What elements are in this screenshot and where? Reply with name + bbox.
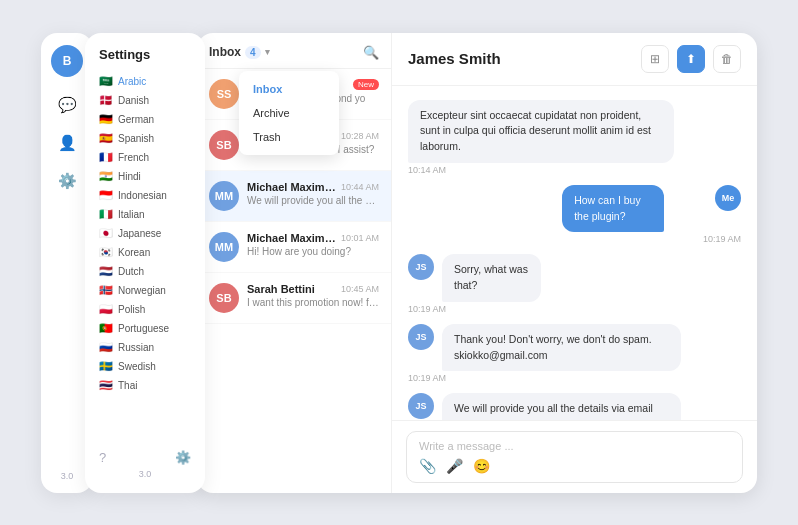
- chat-item-header: Michael Maximoff 10:01 AM: [247, 232, 379, 244]
- lang-name: Portuguese: [118, 323, 169, 334]
- language-list: 🇸🇦Arabic🇩🇰Danish🇩🇪German🇪🇸Spanish🇫🇷Frenc…: [95, 72, 195, 395]
- grid-button[interactable]: ⊞: [641, 45, 669, 73]
- delete-button[interactable]: 🗑: [713, 45, 741, 73]
- lang-item-arabic[interactable]: 🇸🇦Arabic: [95, 72, 195, 91]
- chat-item[interactable]: MM Michael Maximoff 10:44 AM We will pro…: [197, 171, 391, 222]
- lang-item-danish[interactable]: 🇩🇰Danish: [95, 91, 195, 110]
- chat-item-content: Michael Maximoff 10:44 AM We will provid…: [247, 181, 379, 206]
- lang-name: Spanish: [118, 133, 154, 144]
- inbox-count: 4: [245, 46, 261, 59]
- flag-icon: 🇹🇭: [99, 379, 113, 392]
- chat-preview: Hi! How are you doing?: [247, 246, 379, 257]
- chat-name: Michael Maximoff: [247, 181, 337, 193]
- attach-icon[interactable]: 📎: [419, 458, 436, 474]
- lang-name: Korean: [118, 247, 150, 258]
- flag-icon: 🇮🇳: [99, 170, 113, 183]
- chat-name: Michael Maximoff: [247, 232, 337, 244]
- msg-time: 10:19 AM: [408, 373, 446, 383]
- msg-content: Sorry, what was that?: [442, 254, 566, 302]
- emoji-icon[interactable]: 😊: [473, 458, 490, 474]
- chat-list-header: Inbox 4 ▾ 🔍: [197, 33, 391, 69]
- lang-item-russian[interactable]: 🇷🇺Russian: [95, 338, 195, 357]
- chat-time: 10:28 AM: [341, 131, 379, 141]
- nav-icon-settings[interactable]: ⚙️: [51, 165, 83, 197]
- nav-icon-user[interactable]: 👤: [51, 127, 83, 159]
- chat-item-content: Sarah Bettini 10:45 AM I want this promo…: [247, 283, 379, 308]
- help-icon[interactable]: ?: [99, 450, 106, 465]
- message-row: JS Thank you! Don't worry, we don't do s…: [408, 324, 741, 384]
- msg-with-avatar: JS Thank you! Don't worry, we don't do s…: [408, 324, 741, 372]
- lang-item-korean[interactable]: 🇰🇷Korean: [95, 243, 195, 262]
- flag-icon: 🇸🇦: [99, 75, 113, 88]
- audio-icon[interactable]: 🎤: [446, 458, 463, 474]
- flag-icon: 🇫🇷: [99, 151, 113, 164]
- lang-item-thai[interactable]: 🇹🇭Thai: [95, 376, 195, 395]
- flag-icon: 🇰🇷: [99, 246, 113, 259]
- lang-item-polish[interactable]: 🇵🇱Polish: [95, 300, 195, 319]
- message-input-area: Write a message ... 📎 🎤 😊: [392, 420, 757, 493]
- chat-item[interactable]: SB Sarah Bettini 10:45 AM I want this pr…: [197, 273, 391, 324]
- flag-icon: 🇮🇩: [99, 189, 113, 202]
- chat-avatar: SB: [209, 283, 239, 313]
- messages-area: Excepteur sint occaecat cupidatat non pr…: [392, 86, 757, 420]
- message-bubble: We will provide you all the details via …: [442, 393, 681, 419]
- search-icon[interactable]: 🔍: [363, 45, 379, 60]
- lang-name: German: [118, 114, 154, 125]
- dropdown-item-inbox[interactable]: Inbox: [239, 77, 339, 101]
- far-left-version: 3.0: [61, 471, 74, 481]
- msg-content: We will provide you all the details via …: [442, 393, 741, 419]
- message-header: James Smith ⊞ ⬆ 🗑: [392, 33, 757, 86]
- lang-item-portuguese[interactable]: 🇵🇹Portuguese: [95, 319, 195, 338]
- lang-item-dutch[interactable]: 🇳🇱Dutch: [95, 262, 195, 281]
- chat-preview: We will provide you all the email within…: [247, 195, 379, 206]
- flag-icon: 🇵🇱: [99, 303, 113, 316]
- message-bubble: Thank you! Don't worry, we don't do spam…: [442, 324, 681, 372]
- flag-icon: 🇸🇪: [99, 360, 113, 373]
- chat-time: 10:01 AM: [341, 233, 379, 243]
- message-panel: James Smith ⊞ ⬆ 🗑 Excepteur sint occaeca…: [392, 33, 757, 493]
- message-row: JS We will provide you all the details v…: [408, 393, 741, 419]
- chat-avatar: MM: [209, 232, 239, 262]
- lang-item-french[interactable]: 🇫🇷French: [95, 148, 195, 167]
- msg-time: 10:14 AM: [408, 165, 446, 175]
- lang-item-hindi[interactable]: 🇮🇳Hindi: [95, 167, 195, 186]
- lang-item-swedish[interactable]: 🇸🇪Swedish: [95, 357, 195, 376]
- lang-item-japanese[interactable]: 🇯🇵Japanese: [95, 224, 195, 243]
- settings-title: Settings: [95, 47, 195, 62]
- flag-icon: 🇩🇰: [99, 94, 113, 107]
- chat-avatar: MM: [209, 181, 239, 211]
- main-panel: Inbox 4 ▾ 🔍 SS sa Satta New not help me …: [197, 33, 757, 493]
- lang-name: Dutch: [118, 266, 144, 277]
- inbox-label[interactable]: Inbox 4 ▾: [209, 45, 270, 59]
- lang-name: Danish: [118, 95, 149, 106]
- chat-item-content: Michael Maximoff 10:01 AM Hi! How are yo…: [247, 232, 379, 257]
- settings-gear-icon[interactable]: ⚙️: [175, 450, 191, 465]
- dropdown-item-trash[interactable]: Trash: [239, 125, 339, 149]
- lang-item-italian[interactable]: 🇮🇹Italian: [95, 205, 195, 224]
- msg-with-avatar-sent: Me How can I buy the plugin?: [408, 185, 741, 233]
- avatar[interactable]: B: [51, 45, 83, 77]
- lang-item-indonesian[interactable]: 🇮🇩Indonesian: [95, 186, 195, 205]
- flag-icon: 🇩🇪: [99, 113, 113, 126]
- upload-button[interactable]: ⬆: [677, 45, 705, 73]
- lang-item-norwegian[interactable]: 🇳🇴Norwegian: [95, 281, 195, 300]
- msg-content: Thank you! Don't worry, we don't do spam…: [442, 324, 741, 372]
- chat-time: 10:45 AM: [341, 284, 379, 294]
- chat-item-header: Michael Maximoff 10:44 AM: [247, 181, 379, 193]
- lang-name: Polish: [118, 304, 145, 315]
- nav-icon-chat[interactable]: 💬: [51, 89, 83, 121]
- lang-item-spanish[interactable]: 🇪🇸Spanish: [95, 129, 195, 148]
- chat-name: Sarah Bettini: [247, 283, 315, 295]
- contact-name: James Smith: [408, 50, 501, 67]
- lang-name: Swedish: [118, 361, 156, 372]
- lang-name: Thai: [118, 380, 137, 391]
- lang-name: Indonesian: [118, 190, 167, 201]
- flag-icon: 🇮🇹: [99, 208, 113, 221]
- lang-name: Italian: [118, 209, 145, 220]
- dropdown-item-archive[interactable]: Archive: [239, 101, 339, 125]
- msg-avatar: JS: [408, 254, 434, 280]
- flag-icon: 🇳🇱: [99, 265, 113, 278]
- lang-item-german[interactable]: 🇩🇪German: [95, 110, 195, 129]
- chat-item[interactable]: MM Michael Maximoff 10:01 AM Hi! How are…: [197, 222, 391, 273]
- flag-icon: 🇪🇸: [99, 132, 113, 145]
